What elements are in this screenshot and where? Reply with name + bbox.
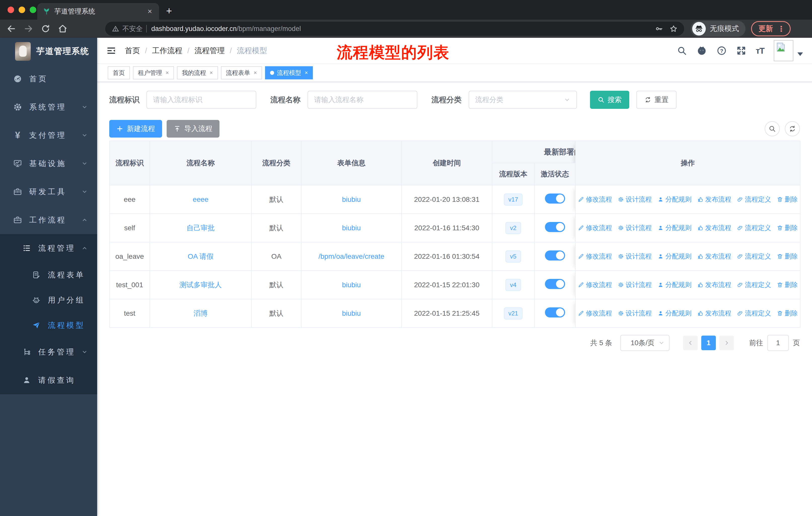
maximize-window-button[interactable]: [30, 6, 36, 13]
forward-icon[interactable]: [24, 24, 33, 33]
sidebar-item-system[interactable]: 系统管理: [0, 93, 97, 121]
action-assign-rule[interactable]: 分配规则: [658, 280, 692, 289]
page-number-button[interactable]: 1: [701, 335, 716, 350]
action-edit-process[interactable]: 修改流程: [578, 195, 612, 204]
search-icon[interactable]: [677, 46, 687, 56]
url-bar[interactable]: 不安全 dashboard.yudao.iocoder.cn /bpm/mana…: [105, 22, 684, 36]
action-assign-rule[interactable]: 分配规则: [658, 195, 692, 204]
sidebar-item-process-management[interactable]: 流程管理: [0, 234, 97, 262]
action-design-process[interactable]: 设计流程: [618, 252, 652, 261]
breadcrumb-process-management[interactable]: 流程管理: [195, 46, 225, 56]
sidebar-item-infrastructure[interactable]: 基础设施: [0, 150, 97, 178]
sidebar-item-devtools[interactable]: 研发工具: [0, 178, 97, 206]
sidebar-item-process-model[interactable]: 流程模型: [0, 313, 97, 338]
action-publish-process[interactable]: 发布流程: [697, 309, 731, 318]
action-delete[interactable]: 删除: [777, 223, 798, 232]
process-category-select[interactable]: 流程分类: [469, 91, 577, 109]
close-icon[interactable]: ×: [210, 70, 213, 76]
process-name-input[interactable]: [308, 91, 417, 109]
tag-tenant[interactable]: 租户管理 ×: [133, 66, 174, 79]
process-name-link[interactable]: 测试多审批人: [179, 281, 222, 289]
action-design-process[interactable]: 设计流程: [618, 280, 652, 289]
active-toggle[interactable]: [545, 307, 565, 318]
action-publish-process[interactable]: 发布流程: [697, 280, 731, 289]
search-button[interactable]: 搜索: [590, 91, 629, 109]
minimize-window-button[interactable]: [19, 6, 25, 13]
action-edit-process[interactable]: 修改流程: [578, 252, 612, 261]
action-design-process[interactable]: 设计流程: [618, 223, 652, 232]
fullscreen-icon[interactable]: [736, 46, 746, 56]
sidebar-item-process-form[interactable]: 流程表单: [0, 262, 97, 288]
action-delete[interactable]: 删除: [777, 280, 798, 289]
refresh-table-icon[interactable]: [785, 121, 800, 136]
collapse-sidebar-icon[interactable]: [106, 46, 116, 56]
active-toggle[interactable]: [545, 193, 565, 203]
tag-my-process[interactable]: 我的流程 ×: [177, 66, 218, 79]
page-size-select[interactable]: 10条/页: [620, 335, 670, 351]
github-icon[interactable]: [696, 45, 707, 56]
close-icon[interactable]: ×: [166, 70, 169, 76]
action-design-process[interactable]: 设计流程: [618, 309, 652, 318]
next-page-button[interactable]: [719, 335, 734, 350]
app-logo[interactable]: 芋道管理系统: [0, 38, 97, 65]
action-process-definition[interactable]: 流程定义: [737, 252, 771, 261]
import-process-button[interactable]: 导入流程: [167, 120, 220, 138]
active-toggle[interactable]: [545, 250, 565, 261]
breadcrumb-workflow[interactable]: 工作流程: [152, 46, 182, 56]
tab-close-icon[interactable]: ×: [146, 7, 153, 16]
close-window-button[interactable]: [7, 6, 14, 13]
sidebar-item-workflow[interactable]: 工作流程: [0, 206, 97, 234]
breadcrumb-home[interactable]: 首页: [125, 46, 140, 56]
active-toggle[interactable]: [545, 279, 565, 289]
action-edit-process[interactable]: 修改流程: [578, 309, 612, 318]
process-name-link[interactable]: 自己审批: [186, 224, 215, 232]
action-edit-process[interactable]: 修改流程: [578, 280, 612, 289]
action-process-definition[interactable]: 流程定义: [737, 195, 771, 204]
prev-page-button[interactable]: [683, 335, 698, 350]
reload-icon[interactable]: [41, 24, 50, 33]
home-icon[interactable]: [58, 24, 67, 33]
window-controls[interactable]: [7, 6, 36, 13]
sidebar-item-home[interactable]: 首页: [0, 65, 97, 93]
form-info-link[interactable]: biubiu: [342, 224, 361, 232]
action-delete[interactable]: 删除: [777, 309, 798, 318]
close-icon[interactable]: ×: [305, 70, 308, 76]
process-id-input[interactable]: [146, 91, 256, 109]
tag-process-model[interactable]: 流程模型 ×: [265, 66, 313, 79]
form-info-link[interactable]: biubiu: [342, 195, 361, 203]
browser-menu-icon[interactable]: ⋮: [778, 24, 785, 33]
reset-button[interactable]: 重置: [636, 91, 676, 109]
new-tab-button[interactable]: +: [166, 5, 172, 17]
action-publish-process[interactable]: 发布流程: [697, 223, 731, 232]
sidebar-item-task-management[interactable]: 任务管理: [0, 338, 97, 366]
help-icon[interactable]: ?: [717, 46, 727, 56]
action-assign-rule[interactable]: 分配规则: [658, 223, 692, 232]
back-icon[interactable]: [6, 24, 16, 33]
sidebar-item-user-group[interactable]: 用户分组: [0, 288, 97, 313]
password-key-icon[interactable]: [655, 25, 663, 33]
action-process-definition[interactable]: 流程定义: [737, 280, 771, 289]
action-edit-process[interactable]: 修改流程: [578, 223, 612, 232]
browser-update-button[interactable]: 更新 ⋮: [751, 21, 791, 36]
sidebar-item-leave-query[interactable]: 请假查询: [0, 366, 97, 394]
form-info-link[interactable]: biubiu: [342, 281, 361, 289]
action-delete[interactable]: 删除: [777, 252, 798, 261]
action-publish-process[interactable]: 发布流程: [697, 195, 731, 204]
active-toggle[interactable]: [545, 222, 565, 232]
tag-process-form[interactable]: 流程表单 ×: [221, 66, 262, 79]
action-assign-rule[interactable]: 分配规则: [658, 252, 692, 261]
close-icon[interactable]: ×: [254, 70, 257, 76]
action-delete[interactable]: 删除: [777, 195, 798, 204]
action-assign-rule[interactable]: 分配规则: [658, 309, 692, 318]
security-label[interactable]: 不安全: [122, 24, 143, 33]
action-process-definition[interactable]: 流程定义: [737, 223, 771, 232]
user-avatar[interactable]: [774, 40, 793, 61]
process-name-link[interactable]: eeee: [193, 195, 208, 203]
action-process-definition[interactable]: 流程定义: [737, 309, 771, 318]
browser-tab[interactable]: 芋道管理系统 ×: [37, 3, 159, 20]
process-name-link[interactable]: 滔博: [194, 309, 208, 317]
action-publish-process[interactable]: 发布流程: [697, 252, 731, 261]
form-info-link[interactable]: /bpm/oa/leave/create: [318, 252, 384, 260]
bookmark-star-icon[interactable]: [670, 25, 677, 33]
tag-home[interactable]: 首页: [108, 66, 130, 79]
